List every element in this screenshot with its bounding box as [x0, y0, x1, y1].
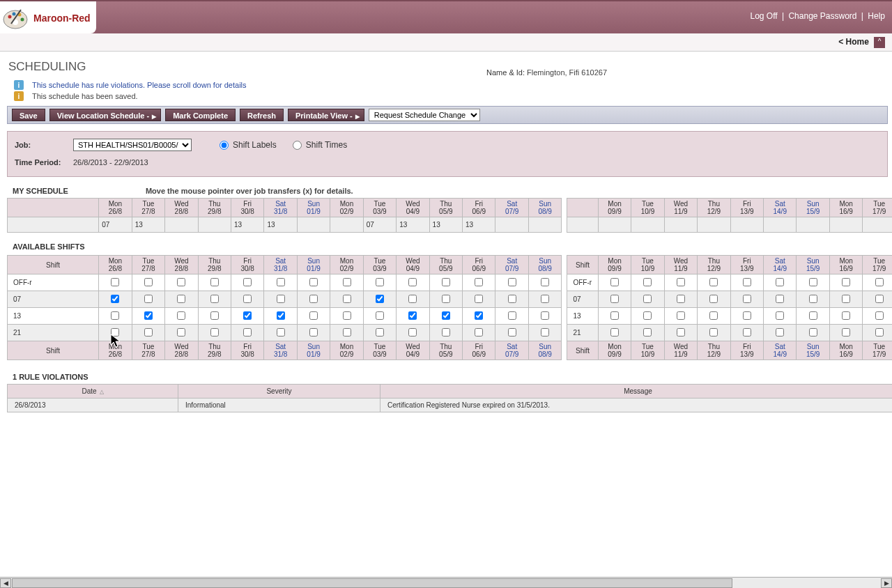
logoff-link[interactable]: Log Off — [750, 11, 777, 21]
shift-checkbox[interactable] — [743, 311, 751, 320]
shift-checkbox[interactable] — [743, 295, 751, 303]
shift-checkbox[interactable] — [343, 278, 351, 286]
shift-checkbox[interactable] — [809, 295, 817, 303]
shift-checkbox[interactable] — [875, 311, 884, 320]
shift-checkbox[interactable] — [709, 328, 718, 336]
shift-checkbox[interactable] — [343, 295, 351, 303]
shift-checkbox[interactable] — [408, 295, 417, 303]
shift-checkbox[interactable] — [743, 278, 751, 286]
shift-checkbox[interactable] — [677, 295, 685, 303]
shift-checkbox[interactable] — [508, 311, 516, 320]
shift-checkbox[interactable] — [677, 278, 685, 286]
shift-checkbox[interactable] — [111, 328, 119, 336]
rv-severity-col[interactable]: Severity — [178, 385, 380, 399]
shift-checkbox[interactable] — [842, 295, 850, 303]
shift-checkbox[interactable] — [243, 295, 252, 303]
shift-checkbox[interactable] — [842, 311, 850, 320]
shift-checkbox[interactable] — [643, 295, 652, 303]
shift-checkbox[interactable] — [243, 311, 252, 320]
shift-checkbox[interactable] — [376, 311, 384, 320]
shift-checkbox[interactable] — [508, 328, 516, 336]
shift-checkbox[interactable] — [809, 328, 817, 336]
shift-checkbox[interactable] — [475, 295, 483, 303]
save-button[interactable]: Save — [12, 109, 45, 121]
shift-checkbox[interactable] — [309, 295, 318, 303]
shift-checkbox[interactable] — [776, 311, 784, 320]
shift-times-radio[interactable]: Shift Times — [293, 140, 347, 150]
shift-checkbox[interactable] — [277, 278, 285, 286]
shift-checkbox[interactable] — [376, 278, 384, 286]
shift-checkbox[interactable] — [408, 328, 417, 336]
job-select[interactable]: STH HEALTH/SHS01/B0005/RN — [73, 139, 192, 151]
shift-checkbox[interactable] — [677, 311, 685, 320]
shift-checkbox[interactable] — [875, 328, 884, 336]
shift-checkbox[interactable] — [842, 328, 850, 336]
shift-checkbox[interactable] — [343, 328, 351, 336]
shift-checkbox[interactable] — [776, 278, 784, 286]
shift-checkbox[interactable] — [408, 311, 417, 320]
refresh-button[interactable]: Refresh — [240, 109, 284, 121]
shift-checkbox[interactable] — [177, 278, 185, 286]
shift-checkbox[interactable] — [677, 328, 685, 336]
shift-checkbox[interactable] — [776, 295, 784, 303]
shift-checkbox[interactable] — [277, 295, 285, 303]
shift-checkbox[interactable] — [610, 278, 619, 286]
shift-checkbox[interactable] — [709, 295, 718, 303]
shift-checkbox[interactable] — [210, 278, 219, 286]
shift-checkbox[interactable] — [343, 311, 351, 320]
shift-checkbox[interactable] — [643, 278, 652, 286]
shift-checkbox[interactable] — [177, 311, 185, 320]
shift-checkbox[interactable] — [243, 328, 252, 336]
shift-checkbox[interactable] — [442, 295, 450, 303]
shift-checkbox[interactable] — [809, 311, 817, 320]
shift-checkbox[interactable] — [743, 328, 751, 336]
shift-checkbox[interactable] — [442, 311, 450, 320]
shift-checkbox[interactable] — [177, 328, 185, 336]
shift-checkbox[interactable] — [643, 311, 652, 320]
shift-checkbox[interactable] — [210, 311, 219, 320]
printable-view-button[interactable]: Printable View -▶ — [288, 109, 364, 121]
shift-checkbox[interactable] — [376, 328, 384, 336]
shift-checkbox[interactable] — [475, 311, 483, 320]
shift-checkbox[interactable] — [709, 311, 718, 320]
view-location-button[interactable]: View Location Schedule -▶ — [49, 109, 161, 121]
shift-checkbox[interactable] — [210, 295, 219, 303]
shift-checkbox[interactable] — [309, 278, 318, 286]
shift-checkbox[interactable] — [610, 328, 619, 336]
mark-complete-button[interactable]: Mark Complete — [165, 109, 236, 121]
change-password-link[interactable]: Change Password — [788, 11, 856, 21]
shift-checkbox[interactable] — [144, 278, 153, 286]
shift-checkbox[interactable] — [875, 295, 884, 303]
shift-checkbox[interactable] — [475, 278, 483, 286]
shift-labels-radio[interactable]: Shift Labels — [220, 140, 277, 150]
shift-checkbox[interactable] — [111, 278, 119, 286]
shift-checkbox[interactable] — [541, 328, 549, 336]
shift-checkbox[interactable] — [442, 328, 450, 336]
shift-checkbox[interactable] — [111, 295, 119, 303]
shift-checkbox[interactable] — [144, 295, 153, 303]
shift-checkbox[interactable] — [508, 278, 516, 286]
home-up-icon[interactable]: ^ — [874, 37, 885, 48]
request-change-select[interactable]: Request Schedule Change — [369, 109, 480, 121]
rv-message-col[interactable]: Message — [380, 385, 893, 399]
shift-checkbox[interactable] — [610, 311, 619, 320]
shift-checkbox[interactable] — [376, 295, 384, 303]
shift-checkbox[interactable] — [277, 311, 285, 320]
shift-checkbox[interactable] — [541, 278, 549, 286]
shift-checkbox[interactable] — [309, 328, 318, 336]
shift-checkbox[interactable] — [809, 278, 817, 286]
shift-checkbox[interactable] — [111, 311, 119, 320]
rv-date-col[interactable]: Date△ — [8, 385, 178, 399]
shift-checkbox[interactable] — [177, 295, 185, 303]
shift-checkbox[interactable] — [541, 311, 549, 320]
shift-checkbox[interactable] — [842, 278, 850, 286]
shift-checkbox[interactable] — [776, 328, 784, 336]
shift-checkbox[interactable] — [610, 295, 619, 303]
shift-checkbox[interactable] — [475, 328, 483, 336]
shift-checkbox[interactable] — [541, 295, 549, 303]
shift-checkbox[interactable] — [243, 278, 252, 286]
shift-checkbox[interactable] — [309, 311, 318, 320]
help-link[interactable]: Help — [868, 11, 885, 21]
shift-checkbox[interactable] — [144, 311, 153, 320]
shift-checkbox[interactable] — [210, 328, 219, 336]
